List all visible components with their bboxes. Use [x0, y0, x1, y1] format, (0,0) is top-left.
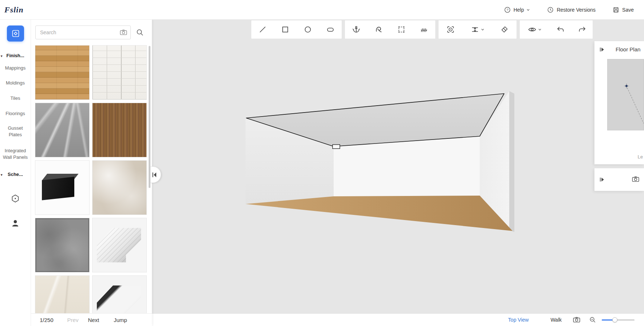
walk-mode-button[interactable]: Walk: [550, 317, 562, 323]
search-input[interactable]: [35, 25, 131, 39]
floor-plan-minimap: [608, 59, 644, 130]
eraser-tool-button[interactable]: [492, 20, 517, 39]
sidebar-item-tiles[interactable]: Tiles: [0, 95, 31, 102]
sidebar-item-mappings[interactable]: Mappings: [0, 65, 31, 71]
section-caret-icon: ▾: [1, 172, 3, 178]
room-floor[interactable]: [246, 196, 513, 231]
jump-page-button[interactable]: Jump: [114, 317, 127, 323]
save-label: Save: [622, 7, 634, 13]
library-pagination: 1/250 Prev Next Jump: [31, 313, 152, 326]
floor-plan-preview[interactable]: [607, 59, 644, 130]
line-icon: [258, 25, 267, 34]
marquee-select-tool-button[interactable]: [390, 20, 413, 39]
models-hexagon-button[interactable]: [11, 194, 20, 205]
sidebar-item-finishes[interactable]: ▾Finish...: [0, 52, 31, 59]
anchor-icon: [352, 25, 361, 34]
save-button[interactable]: Save: [612, 6, 634, 13]
material-white-brick[interactable]: [92, 45, 147, 100]
search-icon: [136, 28, 144, 37]
stadium-icon: [326, 25, 335, 34]
sidebar-item-list: ▾Finish...MappingsMoldingsTilesFloorings…: [0, 52, 31, 178]
collapse-panel-icon: [150, 170, 159, 180]
undo-button[interactable]: [550, 20, 571, 39]
zoom-slider-handle[interactable]: [612, 317, 617, 322]
sidebar-item-label: Integrated Wall Panels: [3, 148, 28, 160]
line-tool-button[interactable]: [251, 20, 274, 39]
material-cream-marble[interactable]: [35, 275, 90, 313]
redo-button[interactable]: [571, 20, 593, 39]
eye-icon: [528, 25, 537, 34]
prev-page-button[interactable]: Prev: [67, 317, 79, 323]
user-icon: [11, 219, 20, 228]
material-white-crown-molding[interactable]: [92, 218, 147, 272]
sidebar-item-schemes[interactable]: ▾Sche...: [0, 171, 31, 178]
camera-position-dot: [625, 85, 628, 87]
zoom-out-icon: [589, 316, 597, 324]
section-caret-icon: ▾: [1, 53, 3, 59]
library-tab-button[interactable]: [7, 25, 24, 42]
hatch-icon: [420, 25, 428, 34]
render-snapshot-button[interactable]: [573, 316, 581, 324]
freehand-spiral-icon: [374, 25, 383, 34]
image-search-camera-icon[interactable]: [119, 28, 127, 36]
sidebar-item-moldings[interactable]: Moldings: [0, 80, 31, 86]
level-height-tool-button[interactable]: [463, 20, 492, 39]
material-beige-marble[interactable]: [92, 160, 147, 215]
zoom-out-button[interactable]: [589, 316, 597, 324]
room-back-wall[interactable]: [334, 136, 480, 196]
material-gray-marble[interactable]: [35, 103, 90, 157]
floor-plan-panel: Floor Plan Le: [594, 41, 644, 164]
expand-panel-icon[interactable]: [599, 46, 605, 53]
materials-grid: [35, 45, 147, 313]
anchor-tool-button[interactable]: [345, 20, 368, 39]
zoom-slider[interactable]: [602, 317, 635, 322]
circle-icon: [303, 25, 312, 34]
save-icon: [612, 6, 620, 13]
snapshot-camera-icon[interactable]: [632, 175, 640, 183]
circle-tool-button[interactable]: [297, 20, 319, 39]
canvas-toolbar: [251, 20, 593, 39]
rectangle-icon: [281, 25, 290, 34]
chevron-down-icon: [481, 28, 484, 31]
view-tool-group: [439, 20, 517, 39]
restore-versions-button[interactable]: Restore Versions: [547, 6, 596, 13]
sidebar-item-gusset-plates[interactable]: Gusset Plates: [0, 125, 31, 138]
app-sidebar: ▾Finish...MappingsMoldingsTilesFloorings…: [0, 20, 31, 326]
restore-versions-label: Restore Versions: [557, 7, 596, 13]
expand-panel-icon[interactable]: [599, 176, 605, 183]
level-label: Le: [638, 154, 643, 160]
app-logo: Fslin: [4, 5, 24, 15]
hatch-tool-button[interactable]: [413, 20, 435, 39]
focus-tool-button[interactable]: [439, 20, 463, 39]
help-menu[interactable]: ? Help: [504, 6, 530, 13]
library-panel: 1/250 Prev Next Jump: [31, 20, 152, 326]
clock-icon: [547, 6, 554, 13]
sidebar-item-integrated-wall-panels[interactable]: Integrated Wall Panels: [0, 148, 31, 161]
stadium-tool-button[interactable]: [319, 20, 342, 39]
box-icon: [11, 29, 20, 38]
room-right-wall-edge[interactable]: [509, 91, 514, 232]
visibility-toggle-button[interactable]: [520, 20, 550, 39]
material-black-panel[interactable]: [35, 160, 90, 215]
material-wood-plank[interactable]: [35, 45, 90, 100]
sidebar-item-label: Gusset Plates: [8, 125, 23, 137]
3d-viewport[interactable]: [152, 20, 644, 313]
material-walnut-wood[interactable]: [92, 103, 147, 157]
top-view-button[interactable]: Top View: [508, 317, 529, 323]
rectangle-tool-button[interactable]: [274, 20, 297, 39]
main-canvas[interactable]: Floor Plan Le Top View Walk: [152, 20, 644, 326]
history-tool-group: [520, 20, 593, 39]
chevron-down-icon: [526, 8, 530, 12]
eraser-icon: [500, 25, 509, 34]
material-gray-stone[interactable]: [35, 218, 90, 272]
account-button[interactable]: [11, 219, 20, 229]
svg-text:?: ?: [506, 8, 508, 12]
freehand-tool-button[interactable]: [368, 20, 390, 39]
ceiling-corner-marker[interactable]: [333, 145, 340, 149]
material-dark-crown-molding[interactable]: [92, 275, 147, 313]
search-button[interactable]: [134, 25, 146, 39]
next-page-button[interactable]: Next: [88, 317, 99, 323]
sidebar-item-label: Moldings: [6, 80, 25, 86]
sidebar-item-floorings[interactable]: Floorings: [0, 110, 31, 117]
floor-plan-title: Floor Plan: [616, 46, 640, 52]
